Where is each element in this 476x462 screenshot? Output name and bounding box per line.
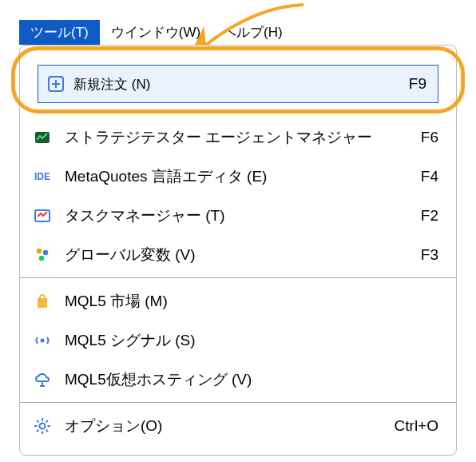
menu-label: オプション(O) — [65, 416, 395, 436]
svg-point-6 — [43, 249, 48, 254]
svg-line-16 — [37, 420, 38, 422]
global-vars-icon — [31, 244, 54, 266]
menu-label: MQL5 シグナル (S) — [65, 330, 438, 351]
svg-line-19 — [46, 420, 48, 422]
menu-label: ストラテジテスター エージェントマネジャー — [65, 127, 421, 148]
menu-label: タスクマネージャー (T) — [65, 205, 421, 226]
menu-mql5-signal[interactable]: MQL5 シグナル (S) — [20, 321, 456, 360]
menu-options[interactable]: オプション(O) Ctrl+O — [20, 406, 456, 445]
menu-shortcut: F3 — [421, 246, 438, 264]
strategy-tester-icon — [31, 126, 54, 149]
signal-icon — [31, 329, 54, 352]
separator — [20, 277, 456, 278]
svg-line-17 — [46, 429, 48, 431]
menu-task-manager[interactable]: タスクマネージャー (T) F2 — [20, 196, 456, 235]
menu-shortcut: F6 — [421, 129, 438, 146]
menu-label: MetaQuotes 言語エディタ (E) — [65, 166, 421, 187]
svg-point-7 — [39, 255, 44, 260]
menubar: ツール(T) ウインドウ(W) ヘルプ(H) — [19, 19, 457, 45]
menu-shortcut: F4 — [421, 168, 438, 185]
menubar-help[interactable]: ヘルプ(H) — [212, 20, 294, 45]
menu-label: グローバル変数 (V) — [65, 245, 421, 265]
market-icon — [31, 290, 54, 313]
hosting-icon — [31, 368, 54, 391]
svg-point-8 — [41, 338, 45, 342]
menu-label: MQL5仮想ホスティング (V) — [65, 369, 438, 390]
gear-icon — [31, 415, 54, 437]
menu-global-variables[interactable]: グローバル変数 (V) F3 — [20, 235, 456, 274]
svg-point-11 — [40, 423, 46, 428]
menu-label: 新規注文 (N) — [73, 75, 409, 94]
menubar-window[interactable]: ウインドウ(W) — [100, 20, 212, 45]
menu-mql5-hosting[interactable]: MQL5仮想ホスティング (V) — [20, 360, 456, 399]
tools-dropdown: 新規注文 (N) F9 ストラテジテスター エージェントマネジャー F6 IDE… — [19, 45, 457, 456]
separator — [20, 402, 456, 403]
menu-shortcut: Ctrl+O — [395, 417, 438, 435]
menu-shortcut: F9 — [409, 75, 426, 93]
ide-icon: IDE — [31, 165, 54, 188]
menubar-tools[interactable]: ツール(T) — [19, 20, 100, 45]
menu-shortcut: F2 — [421, 207, 438, 225]
menu-new-order[interactable]: 新規注文 (N) F9 — [38, 65, 438, 103]
task-manager-icon — [31, 205, 54, 227]
menu-label: MQL5 市場 (M) — [65, 291, 438, 312]
new-order-icon — [45, 73, 67, 95]
menu-metaeditor[interactable]: IDE MetaQuotes 言語エディタ (E) F4 — [20, 157, 456, 196]
svg-line-18 — [37, 429, 38, 431]
svg-point-5 — [37, 248, 42, 253]
menu-strategy-tester[interactable]: ストラテジテスター エージェントマネジャー F6 — [20, 117, 456, 157]
menu-mql5-market[interactable]: MQL5 市場 (M) — [20, 281, 456, 321]
